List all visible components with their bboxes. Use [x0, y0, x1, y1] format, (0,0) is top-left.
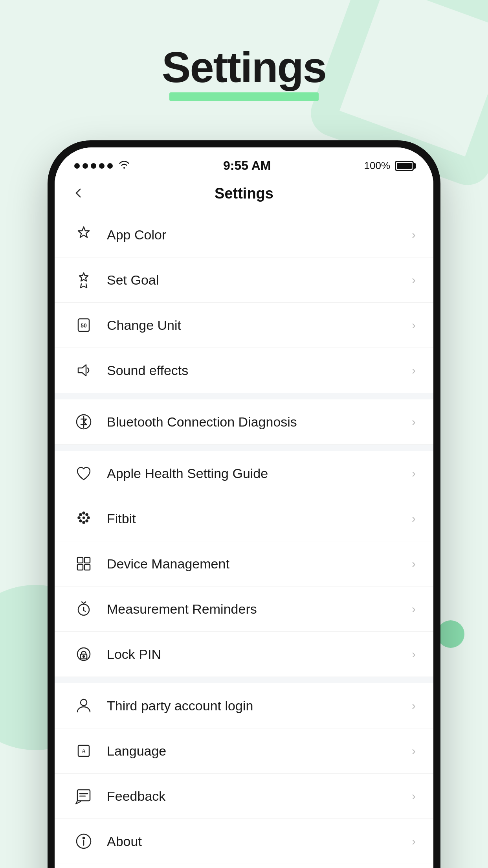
settings-item-fitbit[interactable]: Fitbit ›: [55, 496, 433, 541]
third-party-login-chevron: ›: [412, 699, 416, 712]
feedback-icon: [72, 785, 95, 807]
settings-item-app-color[interactable]: App Color ›: [55, 212, 433, 257]
phone-frame: 9:55 AM 100% Settings: [48, 140, 440, 868]
measurement-reminders-icon: [72, 598, 95, 620]
battery-fill: [397, 163, 412, 169]
sound-effects-chevron: ›: [412, 364, 416, 377]
bluetooth-icon: [72, 410, 95, 433]
svg-point-4: [80, 514, 82, 516]
svg-point-20: [83, 656, 84, 657]
back-button[interactable]: [72, 185, 96, 202]
settings-item-about[interactable]: About ›: [55, 819, 433, 864]
lock-pin-icon: [72, 643, 95, 666]
settings-item-lock-pin[interactable]: Lock PIN ›: [55, 632, 433, 677]
language-icon: A: [72, 739, 95, 762]
set-goal-icon: [72, 268, 95, 291]
svg-point-10: [80, 520, 82, 522]
about-icon: [72, 830, 95, 853]
status-left: [74, 160, 130, 172]
device-management-icon: [72, 552, 95, 575]
svg-rect-16: [84, 565, 90, 570]
svg-rect-14: [84, 557, 90, 563]
bluetooth-chevron: ›: [412, 415, 416, 428]
svg-point-12: [83, 517, 84, 519]
fitbit-chevron: ›: [412, 512, 416, 525]
device-management-chevron: ›: [412, 557, 416, 570]
settings-item-change-unit[interactable]: 50 Change Unit ›: [55, 303, 433, 348]
set-goal-chevron: ›: [412, 273, 416, 287]
settings-item-device-management[interactable]: Device Management ›: [55, 541, 433, 587]
signal-dot-1: [74, 163, 80, 169]
app-header: Settings: [55, 177, 433, 212]
device-management-label: Device Management: [107, 556, 408, 572]
svg-point-8: [86, 520, 88, 522]
set-goal-label: Set Goal: [107, 272, 408, 288]
about-label: About: [107, 834, 408, 849]
svg-point-7: [88, 517, 90, 519]
signal-dot-4: [99, 163, 105, 169]
app-color-icon: [72, 223, 95, 246]
svg-point-11: [78, 517, 80, 519]
app-color-chevron: ›: [412, 228, 416, 241]
third-party-login-icon: [72, 694, 95, 717]
status-time: 9:55 AM: [130, 158, 364, 173]
status-bar: 9:55 AM 100%: [55, 147, 433, 177]
fitbit-label: Fitbit: [107, 511, 408, 526]
feedback-chevron: ›: [412, 789, 416, 803]
about-chevron: ›: [412, 835, 416, 848]
svg-rect-15: [77, 565, 83, 570]
fitbit-icon: [72, 507, 95, 530]
language-label: Language: [107, 743, 408, 759]
language-chevron: ›: [412, 744, 416, 758]
page-title-underline: [169, 92, 319, 101]
svg-point-6: [86, 514, 88, 516]
svg-point-26: [83, 837, 84, 839]
settings-list: App Color › Set Goal ›: [55, 212, 433, 868]
settings-item-sound-effects[interactable]: Sound effects ›: [55, 348, 433, 393]
lock-pin-label: Lock PIN: [107, 647, 408, 662]
wifi-icon: [118, 160, 130, 172]
svg-point-9: [83, 522, 85, 524]
section-divider-3: [55, 677, 433, 683]
settings-item-feedback[interactable]: Feedback ›: [55, 774, 433, 819]
change-unit-label: Change Unit: [107, 318, 408, 333]
settings-item-third-party-login[interactable]: Third party account login ›: [55, 683, 433, 728]
phone-inner: 9:55 AM 100% Settings: [55, 147, 433, 868]
signal-dot-3: [91, 163, 96, 169]
measurement-reminders-chevron: ›: [412, 602, 416, 616]
lock-pin-chevron: ›: [412, 647, 416, 661]
settings-item-measurement-reminders[interactable]: Measurement Reminders ›: [55, 587, 433, 632]
signal-dot-5: [107, 163, 113, 169]
apple-health-chevron: ›: [412, 467, 416, 480]
status-right: 100%: [364, 160, 414, 172]
battery-icon: [395, 161, 414, 171]
app-color-label: App Color: [107, 227, 408, 243]
page-title-area: Settings: [162, 43, 326, 101]
battery-percent: 100%: [364, 160, 391, 172]
change-unit-chevron: ›: [412, 318, 416, 332]
settings-item-set-goal[interactable]: Set Goal ›: [55, 257, 433, 303]
section-divider-1: [55, 393, 433, 399]
svg-point-21: [81, 699, 87, 706]
settings-item-apple-health[interactable]: Apple Health Setting Guide ›: [55, 451, 433, 496]
settings-item-bluetooth[interactable]: Bluetooth Connection Diagnosis ›: [55, 399, 433, 445]
svg-rect-13: [77, 557, 83, 563]
svg-point-5: [83, 512, 85, 514]
page-title: Settings: [162, 43, 326, 91]
svg-text:A: A: [81, 748, 86, 754]
svg-text:50: 50: [81, 322, 87, 329]
sound-effects-label: Sound effects: [107, 363, 408, 378]
feedback-label: Feedback: [107, 789, 408, 804]
svg-rect-24: [77, 790, 90, 801]
svg-marker-2: [78, 365, 86, 376]
section-divider-2: [55, 445, 433, 451]
settings-item-language[interactable]: A Language ›: [55, 728, 433, 774]
bg-dot-right: [437, 620, 464, 648]
apple-health-label: Apple Health Setting Guide: [107, 466, 408, 481]
signal-dot-2: [83, 163, 88, 169]
settings-item-delete-account[interactable]: Delete Account ›: [55, 864, 433, 868]
change-unit-icon: 50: [72, 314, 95, 337]
measurement-reminders-label: Measurement Reminders: [107, 601, 408, 617]
header-title: Settings: [96, 185, 392, 202]
apple-health-icon: [72, 462, 95, 485]
